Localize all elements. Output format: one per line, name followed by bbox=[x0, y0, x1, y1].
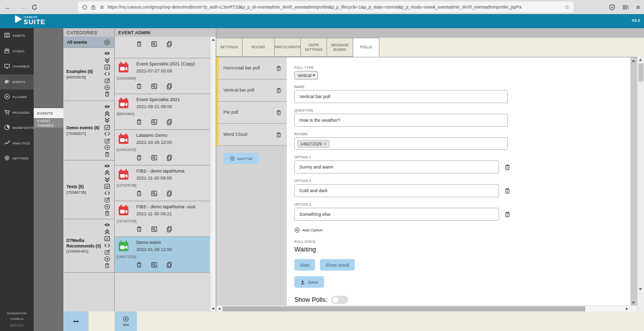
tab[interactable]: ROOMS bbox=[243, 38, 275, 57]
add-category-icon[interactable] bbox=[104, 39, 110, 45]
lock-icon[interactable] bbox=[91, 5, 96, 10]
select-events-icon[interactable] bbox=[104, 64, 110, 70]
delete-event-icon[interactable] bbox=[136, 119, 142, 125]
delete-event-icon[interactable] bbox=[136, 41, 142, 47]
room-tag[interactable]: 149272329 × bbox=[297, 140, 330, 148]
event-list-item[interactable]: FIBS - demo tapahtuma -uusi 2021-11-30 0… bbox=[115, 201, 210, 237]
logo[interactable]: ICAREUS SUITE bbox=[15, 15, 45, 25]
option-input[interactable]: Sunny and warm bbox=[294, 160, 499, 174]
reload-icon[interactable] bbox=[31, 4, 38, 11]
back-icon[interactable]: ← bbox=[0, 4, 15, 11]
horizontal-scrollbar[interactable] bbox=[216, 305, 637, 311]
tab[interactable]: MESSAGE BOARD bbox=[327, 38, 353, 57]
delete-option-icon[interactable] bbox=[504, 164, 511, 171]
rooms-input[interactable]: 149272329 × bbox=[294, 137, 508, 150]
preview-event-icon[interactable] bbox=[151, 154, 157, 161]
url-text[interactable]: https://my.icareus.com/group/ovp-demo/mu… bbox=[108, 5, 561, 10]
add-event-button[interactable]: Add bbox=[115, 311, 137, 331]
preview-event-icon[interactable] bbox=[151, 262, 157, 268]
tab[interactable]: PARTICIPANTS bbox=[275, 38, 301, 57]
move-up-icon[interactable] bbox=[104, 170, 110, 176]
start-button[interactable]: Start bbox=[294, 259, 315, 271]
scroll-up-icon[interactable] bbox=[210, 37, 216, 42]
trash-icon[interactable] bbox=[104, 210, 110, 216]
delete-poll-icon[interactable] bbox=[276, 110, 282, 116]
embed-code-icon[interactable] bbox=[104, 131, 110, 137]
sidebar-item[interactable]: ANALYTICS bbox=[0, 136, 34, 151]
copy-event-icon[interactable] bbox=[166, 41, 173, 47]
scroll-down-icon[interactable] bbox=[637, 286, 643, 292]
sidebar-item[interactable]: STUDIO bbox=[0, 44, 34, 59]
event-list-item[interactable]: FIBS - demo tapahtuma 2021-11-30 09:05 [… bbox=[115, 166, 210, 201]
remove-room-icon[interactable]: × bbox=[324, 141, 327, 146]
sidebar-item[interactable]: MONETIZATION bbox=[0, 120, 34, 136]
category-group[interactable]: Tests (5) [75366735] bbox=[63, 160, 114, 220]
copy-event-icon[interactable] bbox=[166, 226, 173, 232]
all-events-row[interactable]: All events bbox=[63, 37, 114, 48]
tab[interactable]: POLLS bbox=[353, 38, 379, 57]
category-group[interactable]: Demo events (8) [75366527] bbox=[63, 101, 114, 160]
edit-icon[interactable] bbox=[104, 197, 110, 203]
resize-cell[interactable] bbox=[63, 311, 89, 331]
preview-event-icon[interactable] bbox=[151, 226, 157, 232]
poll-type-select[interactable]: Vertical bbox=[294, 71, 318, 79]
submenu-item-events[interactable]: EVENTS bbox=[34, 108, 63, 118]
visibility-eye-icon[interactable] bbox=[104, 163, 110, 169]
delete-option-icon[interactable] bbox=[504, 211, 511, 218]
event-list-item[interactable]: Lataamo Demo 2021-10-25 12:00 [124311932… bbox=[115, 130, 210, 166]
visibility-eye-icon[interactable] bbox=[104, 222, 110, 228]
trash-icon[interactable] bbox=[104, 263, 110, 269]
visibility-eye-icon[interactable] bbox=[104, 104, 110, 110]
preview-event-icon[interactable] bbox=[151, 119, 157, 125]
select-events-icon[interactable] bbox=[104, 235, 110, 241]
sidebar-item[interactable]: PLAYERS bbox=[0, 90, 34, 105]
add-icon[interactable] bbox=[104, 144, 110, 150]
trash-icon[interactable] bbox=[104, 91, 110, 97]
delete-event-icon[interactable] bbox=[136, 154, 142, 161]
event-list-item[interactable]: Event Specialist 2021 2021-09-21 08:00 [… bbox=[115, 94, 210, 130]
copy-event-icon[interactable] bbox=[166, 154, 173, 161]
trash-icon[interactable] bbox=[104, 151, 110, 157]
delete-poll-icon[interactable] bbox=[276, 88, 282, 94]
sidebar-item[interactable]: SETTINGS bbox=[0, 151, 34, 167]
edit-icon[interactable] bbox=[104, 249, 110, 255]
scroll-down-icon[interactable] bbox=[210, 306, 216, 311]
scroll-down-icon[interactable] bbox=[630, 300, 636, 305]
edit-icon[interactable] bbox=[104, 138, 110, 144]
delete-poll-icon[interactable] bbox=[276, 132, 282, 138]
add-icon[interactable] bbox=[104, 204, 110, 210]
add-option-button[interactable]: Add Option bbox=[294, 227, 630, 233]
move-down-icon[interactable] bbox=[104, 177, 110, 183]
move-down-icon[interactable] bbox=[104, 117, 110, 123]
poll-list-item[interactable]: Vertical bar poll bbox=[216, 79, 287, 102]
scrollbar-thumb[interactable] bbox=[222, 306, 585, 311]
copy-event-icon[interactable] bbox=[166, 119, 173, 125]
tab[interactable]: SETTINGS bbox=[216, 38, 243, 57]
option-input[interactable]: Something else bbox=[294, 208, 499, 221]
show-polls-toggle[interactable] bbox=[332, 296, 348, 304]
url-bar[interactable]: https://my.icareus.com/group/ovp-demo/mu… bbox=[78, 2, 574, 13]
delete-event-icon[interactable] bbox=[136, 262, 142, 268]
library-icon[interactable] bbox=[622, 4, 629, 11]
scroll-up-icon[interactable] bbox=[637, 57, 643, 62]
page-scrollbar[interactable] bbox=[637, 56, 644, 312]
preview-event-icon[interactable] bbox=[151, 41, 157, 47]
delete-event-icon[interactable] bbox=[136, 226, 142, 232]
submenu-item-event-themes[interactable]: EVENT THEMES bbox=[34, 119, 63, 128]
bookmark-star-icon[interactable]: ☆ bbox=[565, 4, 570, 11]
menu-icon[interactable]: ≡ bbox=[636, 4, 640, 11]
move-up-icon[interactable] bbox=[104, 229, 110, 235]
embed-code-icon[interactable] bbox=[104, 242, 110, 249]
copy-event-icon[interactable] bbox=[166, 190, 173, 197]
category-group[interactable]: DTMedia Recommends (0) [124091401] bbox=[63, 219, 114, 273]
sidebar-item[interactable]: PACKAGES bbox=[0, 105, 34, 121]
add-icon[interactable] bbox=[104, 85, 110, 91]
forward-icon[interactable]: → bbox=[15, 4, 30, 11]
visibility-eye-icon[interactable] bbox=[104, 50, 110, 56]
edit-icon[interactable] bbox=[104, 77, 110, 84]
show-result-button[interactable]: Show result bbox=[320, 259, 355, 271]
sign-out-link[interactable]: SIGN OUT bbox=[0, 324, 34, 327]
event-list-item[interactable]: Demo event 2022-01-28 12:00 [149272328] bbox=[115, 237, 210, 273]
copy-event-icon[interactable] bbox=[166, 83, 173, 90]
name-input[interactable]: Vertical bar poll bbox=[294, 90, 508, 103]
